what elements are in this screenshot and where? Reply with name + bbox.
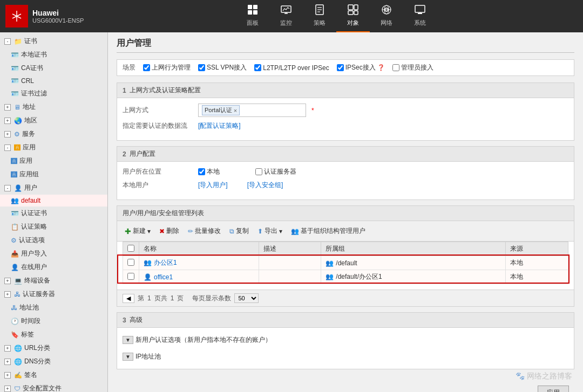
cb-local[interactable] [198,168,205,175]
sidebar-item-user[interactable]: - 👤 用户 [0,181,107,195]
nav-network[interactable]: 网络 [370,0,403,33]
auth-server-check[interactable]: 认证服务器 [255,167,296,176]
cb-admin-login[interactable] [392,64,399,71]
checkbox-l2tp[interactable]: L2TP/L2TP over IPSec [254,64,329,72]
sidebar-item-service[interactable]: + ⚙ 服务 [0,127,107,141]
address-pool-icon: 🖧 [11,304,17,312]
sidebar-item-cert[interactable]: - 📁 证书 [0,35,107,48]
sidebar-item-address-pool[interactable]: 🖧 地址池 [0,301,107,314]
sidebar-item-url-category[interactable]: + 🌐 URL分类 [0,341,107,355]
sidebar-item-region[interactable]: + 🌏 地区 [0,114,107,127]
nav-policy[interactable]: 策略 [303,0,336,33]
ipsec-question-icon[interactable]: ❓ [377,64,385,71]
online-user-icon: 👤 [11,264,19,271]
user-link-1[interactable]: office1 [154,273,173,281]
sidebar-item-terminal[interactable]: + 💻 终端设备 [0,274,107,287]
toolbar-org-manage-btn[interactable]: 👥 基于组织结构管理用户 [289,225,368,237]
sidebar-item-dns-category[interactable]: + 🌐 DNS分类 [0,355,107,368]
sidebar-item-app[interactable]: - 🅰 应用 [0,141,107,154]
sidebar-item-auth-server[interactable]: + 🖧 认证服务器 [0,287,107,301]
app-expand-icon[interactable]: - [4,145,11,151]
sidebar-item-ca-cert[interactable]: 🪪 CA证书 [0,61,107,75]
config-auth-policy-link[interactable]: [配置认证策略] [198,121,241,130]
nav-object[interactable]: 对象 [336,0,370,33]
portal-close-icon[interactable]: × [234,107,237,114]
nav-dashboard[interactable]: 面板 [236,0,269,33]
org-manage-label: 基于组织结构管理用户 [301,226,365,236]
dns-expand-icon[interactable]: + [4,359,11,365]
cb-internet-behavior[interactable] [143,64,150,71]
cb-ssl-vpn[interactable] [198,64,205,71]
checkbox-internet-behavior[interactable]: 上网行为管理 [143,63,191,72]
local-location-check[interactable]: 本地 [198,167,220,176]
sidebar-item-default[interactable]: 👥 default [0,195,107,207]
sidebar-item-auth-cert[interactable]: 🪪 认证证书 [0,207,107,220]
sidebar-app-label: 应用 [23,143,36,152]
select-all-checkbox[interactable] [127,245,134,252]
svg-rect-4 [281,6,291,12]
apply-button[interactable]: 应用 [538,386,569,392]
user-expand-icon[interactable]: - [4,185,11,191]
service-expand-icon[interactable]: + [4,131,11,137]
sidebar-item-local-cert[interactable]: 🪪 本地证书 [0,48,107,61]
checkbox-admin-login[interactable]: 管理员接入 [392,63,433,72]
cb-ipsec[interactable] [337,64,344,71]
sidebar-item-time-period[interactable]: 🕐 时间段 [0,314,107,328]
sidebar-item-security-profile[interactable]: + 🛡 安全配置文件 [0,382,107,392]
row2-checkbox[interactable] [127,273,134,280]
sidebar-item-signature[interactable]: + ✍ 签名 [0,368,107,382]
section-1-header: 1 上网方式及认证策略配置 [117,83,574,98]
row1-checkbox[interactable] [127,259,134,266]
toggle-btn-2[interactable]: ▼ [123,353,133,361]
toolbar-batch-modify-btn[interactable]: ✏ 批量修改 [186,225,223,237]
ip-pool-toggle[interactable]: ▼ IP地址池 [123,350,568,363]
tag-icon: 🔖 [11,331,19,339]
sidebar-item-user-import[interactable]: 📥 用户导入 [0,247,107,260]
table-header-row: 名称 描述 所属组 来源 [123,242,568,256]
toggle-btn-1[interactable]: ▼ [123,336,133,344]
region-expand-icon[interactable]: + [4,118,11,124]
sidebar-item-app-group[interactable]: 🅰 应用组 [0,168,107,181]
terminal-expand-icon[interactable]: + [4,278,11,284]
toolbar-delete-btn[interactable]: ✖ 删除 [157,225,181,237]
signature-expand-icon[interactable]: + [4,372,11,379]
cb-l2tp[interactable] [254,64,261,71]
new-user-auth-label: 新用户认证选项（新用户指本地不存在的账户） [135,335,272,345]
toolbar-export-btn[interactable]: ⬆ 导出 ▾ [255,225,284,237]
toolbar-copy-btn[interactable]: ⧉ 复制 [227,225,251,237]
new-user-auth-toggle[interactable]: ▼ 新用户认证选项（新用户指本地不存在的账户） [123,333,568,347]
sidebar-address-pool-label: 地址池 [19,303,39,312]
nav-system[interactable]: 系统 [403,0,437,33]
cert-expand-icon[interactable]: - [4,38,11,45]
toolbar-new-btn[interactable]: ✚ 新建 ▾ [123,225,153,237]
table-row: 👥办公区1👥/default本地 [123,256,568,270]
access-method-input[interactable]: Portal认证 × [198,104,306,117]
import-user-link[interactable]: [导入用户] [198,181,228,190]
logo-area: Huawei USG6000V1-ENSP [5,5,84,27]
sidebar-item-address[interactable]: + 🖥 地址 [0,100,107,114]
sidebar-item-auth-option[interactable]: ⚙ 认证选项 [0,233,107,247]
security-expand-icon[interactable]: + [4,386,11,392]
per-page-select[interactable]: 50 100 [234,293,259,303]
sidebar-item-cert-filter[interactable]: 🪪 证书过滤 [0,87,107,100]
svg-rect-17 [415,5,425,12]
table-row: 👤office1👥/default/办公区1本地 [123,270,568,284]
sidebar-item-auth-policy[interactable]: 📋 认证策略 [0,220,107,233]
sidebar-item-app-item[interactable]: 🅰 应用 [0,154,107,168]
nav-monitor[interactable]: 监控 [269,0,303,33]
checkbox-ipsec[interactable]: IPSec接入 ❓ [337,63,385,72]
per-page-label: 每页显示条数 [192,294,231,303]
prev-page-btn[interactable]: ◀ [123,294,134,303]
cb-auth-server[interactable] [255,168,262,175]
time-period-icon: 🕐 [11,318,19,325]
auth-server-expand-icon[interactable]: + [4,291,11,298]
group-link-1[interactable]: 办公区1 [154,259,177,266]
sidebar-item-tag[interactable]: 🔖 标签 [0,328,107,341]
url-expand-icon[interactable]: + [4,345,11,352]
import-group-link[interactable]: [导入安全组] [247,181,283,190]
sidebar-item-crl[interactable]: 🪪 CRL [0,75,107,87]
brand-text: Huawei USG6000V1-ENSP [32,9,84,24]
sidebar-item-online-user[interactable]: 👤 在线用户 [0,260,107,274]
checkbox-ssl-vpn[interactable]: SSL VPN接入 [198,63,247,72]
address-expand-icon[interactable]: + [4,104,11,111]
